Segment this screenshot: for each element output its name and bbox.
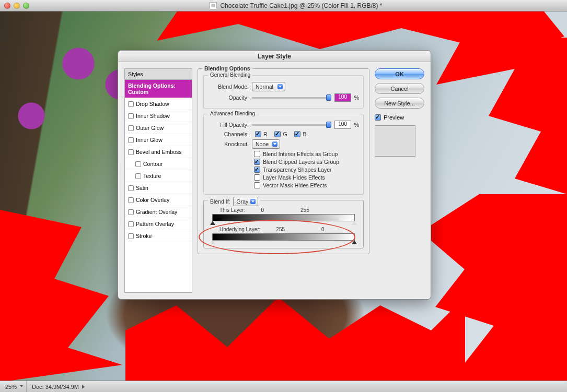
underlying-gradient[interactable] [212,233,355,241]
sidebar-item-texture[interactable]: Texture [125,170,192,182]
minimize-icon[interactable] [14,3,20,9]
knockout-select[interactable]: None [252,139,280,149]
opacity-input[interactable]: 100 [334,93,351,102]
sidebar-item-blending-options[interactable]: Blending Options: Custom [125,80,192,98]
sidebar-item-pattern-overlay[interactable]: Pattern Overlay [125,218,192,230]
ok-button[interactable]: OK [375,68,424,79]
this-black-handle[interactable] [210,221,215,225]
new-style-button[interactable]: New Style... [375,98,424,109]
sidebar-item-outer-glow[interactable]: Outer Glow [125,122,192,134]
preview-label: Preview [384,114,404,121]
window-controls [4,3,29,9]
opacity-label: Opacity: [208,94,249,101]
zoom-readout[interactable]: 25% [0,381,27,392]
window-title-text: Chocolate Truffle Cake1.jpg @ 25% (Color… [220,2,382,9]
checkbox-icon[interactable] [135,161,141,167]
document-window: ▧ Chocolate Truffle Cake1.jpg @ 25% (Col… [0,0,567,392]
fill-opacity-slider[interactable] [252,121,331,128]
advanced-blending-group: Advanced Blending Fill Opacity: 100 % Ch… [203,114,364,195]
blend-if-group: Blend If: Gray This Layer: 0 255 [203,200,364,248]
fill-opacity-label: Fill Opacity: [208,122,249,128]
layer-mask-hides-checkbox[interactable] [254,174,260,181]
layer-style-dialog: Layer Style Styles Blending Options: Cus… [118,50,431,300]
blend-clipped-checkbox[interactable] [254,159,260,165]
general-blending-group: General Blending Blend Mode: Normal Opac… [203,75,364,109]
sidebar-item-inner-glow[interactable]: Inner Glow [125,134,192,146]
checkbox-icon[interactable] [135,173,141,179]
preview-checkbox[interactable] [375,114,381,121]
channel-r-checkbox[interactable] [255,131,261,137]
sidebar-item-bevel[interactable]: Bevel and Emboss [125,146,192,158]
sidebar-item-gradient-overlay[interactable]: Gradient Overlay [125,206,192,218]
channel-b-checkbox[interactable] [294,131,300,137]
channel-g-checkbox[interactable] [274,131,281,137]
blend-mode-select[interactable]: Normal [252,82,285,91]
status-bar: 25% Doc: 34.9M/34.9M [0,381,567,392]
checkbox-icon[interactable] [128,197,134,203]
file-icon: ▧ [210,2,217,9]
sidebar-item-color-overlay[interactable]: Color Overlay [125,194,192,206]
close-icon[interactable] [4,3,10,9]
blend-interior-checkbox[interactable] [254,151,260,157]
vector-mask-hides-checkbox[interactable] [254,182,260,188]
sidebar-item-drop-shadow[interactable]: Drop Shadow [125,98,192,110]
blending-options-group: Blending Options General Blending Blend … [198,68,369,254]
fill-opacity-input[interactable]: 100 [334,121,351,129]
underlying-label: Underlying Layer: [219,227,260,232]
dialog-title: Layer Style [118,51,431,62]
this-layer-gradient[interactable] [212,214,355,221]
options-panel: Blending Options General Blending Blend … [198,68,369,293]
styles-header[interactable]: Styles [125,69,192,80]
opacity-slider[interactable] [252,94,331,101]
this-white-handle[interactable] [352,221,357,225]
blend-if-select[interactable]: Gray [233,197,259,206]
dialog-buttons: OK Cancel New Style... Preview [375,68,424,293]
preview-swatch [375,125,415,157]
sidebar-item-stroke[interactable]: Stroke [125,230,192,242]
titlebar: ▧ Chocolate Truffle Cake1.jpg @ 25% (Col… [0,0,567,11]
zoom-icon[interactable] [23,3,29,9]
under-white-handle[interactable] [352,240,357,245]
checkbox-icon[interactable] [128,221,134,227]
sidebar-item-inner-shadow[interactable]: Inner Shadow [125,110,192,122]
cancel-button[interactable]: Cancel [375,83,424,94]
this-layer-label: This Layer: [219,207,245,213]
doc-size-readout[interactable]: Doc: 34.9M/34.9M [27,384,90,390]
checkbox-icon[interactable] [128,137,134,143]
checkbox-icon[interactable] [128,209,134,215]
window-title: ▧ Chocolate Truffle Cake1.jpg @ 25% (Col… [29,2,563,9]
sidebar-item-satin[interactable]: Satin [125,182,192,194]
checkbox-icon[interactable] [128,149,134,155]
styles-sidebar: Styles Blending Options: Custom Drop Sha… [124,68,192,293]
blend-mode-label: Blend Mode: [208,84,249,90]
chevron-right-icon [82,385,85,389]
checkbox-icon[interactable] [128,185,134,191]
under-black-handle[interactable] [210,240,215,245]
checkbox-icon[interactable] [128,101,134,107]
checkbox-icon[interactable] [128,113,134,119]
knockout-label: Knockout: [208,141,249,147]
checkbox-icon[interactable] [128,125,134,131]
checkbox-icon[interactable] [128,233,134,239]
sidebar-item-contour[interactable]: Contour [125,158,192,170]
transparency-shapes-checkbox[interactable] [254,167,260,173]
channels-label: Channels: [208,131,249,137]
